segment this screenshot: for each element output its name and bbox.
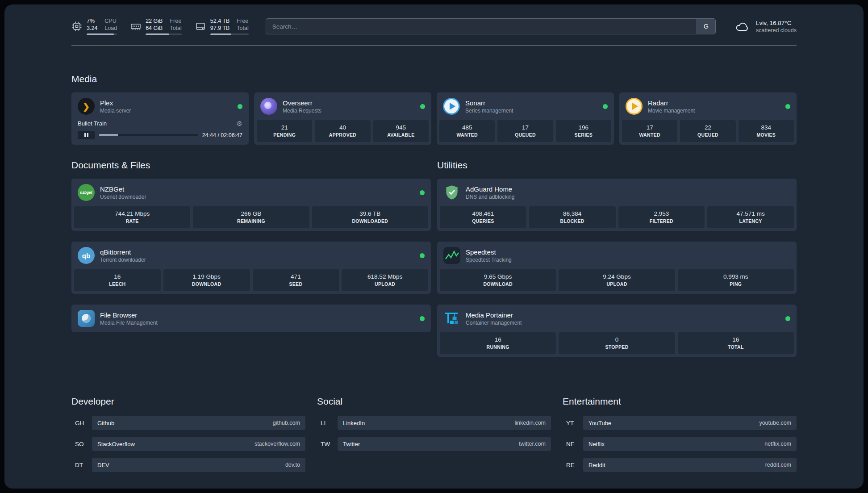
disk-total-label: Total (237, 25, 248, 32)
bookmark-url: linkedin.com (515, 420, 546, 426)
service-card-plex[interactable]: ❯ Plex Media server Bullet Train ⚙ (71, 92, 249, 145)
nzbget-icon: nzbget (78, 184, 95, 201)
stat-value: 21 (259, 124, 310, 131)
stat-label: DOWNLOAD (442, 281, 554, 287)
service-name: Media Portainer (466, 311, 522, 319)
stat-label: QUERIES (442, 218, 525, 224)
service-card-sonarr[interactable]: Sonarr Series management 485 WANTED 17 Q… (437, 92, 614, 145)
bookmark-netflix[interactable]: NF Netflix netflix.com (563, 437, 797, 451)
service-name: Speedtest (466, 248, 512, 256)
service-description: Speedtest Tracking (466, 257, 512, 263)
bookmark-stackoverflow[interactable]: SO StackOverflow stackoverflow.com (71, 437, 305, 451)
memory-total-label: Total (170, 25, 181, 32)
bookmark-twitter[interactable]: TW Twitter twitter.com (317, 437, 551, 451)
stat-tile: 2,953 FILTERED (618, 206, 705, 228)
status-dot (420, 190, 425, 195)
cpu-usage-value: 7% (87, 17, 97, 25)
stat-label: WANTED (441, 132, 493, 138)
bookmark-reddit[interactable]: RE Reddit reddit.com (563, 458, 797, 472)
bookmark-url: reddit.com (765, 462, 791, 468)
bookmark-dev[interactable]: DT DEV dev.to (71, 458, 305, 472)
bookmark-abbr: YT (563, 420, 583, 426)
service-card-overseerr[interactable]: Overseerr Media Requests 21 PENDING 40 A… (254, 92, 431, 145)
disk-total-value: 97.9 TB (210, 25, 230, 32)
bookmark-linkedin[interactable]: LI LinkedIn linkedin.com (317, 416, 551, 430)
status-dot (785, 104, 790, 109)
stat-label: DOWNLOADED (314, 218, 426, 224)
stat-value: 86,384 (531, 210, 614, 217)
stat-tile: 471 SEED (253, 269, 339, 291)
search-input[interactable] (266, 19, 697, 34)
service-card-filebrowser[interactable]: File Browser Media File Management (71, 305, 431, 332)
stat-label: DOWNLOAD (165, 281, 248, 287)
qbittorrent-icon: qb (78, 247, 95, 264)
stat-value: 1.19 Gbps (165, 273, 248, 280)
stat-value: 40 (317, 124, 368, 131)
section-title-utilities: Utilities (437, 160, 797, 171)
stat-label: QUEUED (499, 132, 551, 138)
bookmark-abbr: RE (563, 462, 583, 468)
memory-widget: 22 GiB 64 GiB Free Total (130, 17, 182, 36)
bookmark-name: Netflix (588, 441, 605, 447)
stat-value: 471 (255, 273, 338, 280)
service-card-nzbget[interactable]: nzbget NZBGet Usenet downloader 744.21 M… (71, 179, 431, 231)
stat-tile: 618.52 Mbps UPLOAD (342, 269, 428, 291)
stat-value: 945 (375, 124, 427, 131)
stat-tile: 1.19 Gbps DOWNLOAD (163, 269, 250, 291)
bookmark-github[interactable]: GH Github github.com (71, 416, 305, 430)
disk-free-label: Free (237, 17, 248, 25)
stat-value: 9.24 Gbps (560, 273, 673, 280)
service-card-adguard[interactable]: AdGuard Home DNS and adblocking 498,461 … (437, 179, 797, 231)
section-title-developer: Developer (71, 396, 305, 407)
stat-value: 196 (558, 124, 609, 131)
service-card-qbittorrent[interactable]: qb qBittorrent Torrent downloader 16 LEE… (71, 242, 431, 294)
playback-progress-bar[interactable] (99, 134, 198, 136)
disk-free-value: 52.4 TB (210, 17, 230, 25)
speedtest-waveform-icon (443, 247, 460, 264)
status-dot (238, 104, 242, 109)
stat-tile: 0.993 ms PING (678, 269, 794, 291)
stat-label: LATENCY (709, 218, 792, 224)
cpu-load-value: 3.24 (87, 25, 97, 32)
gear-icon[interactable]: ⚙ (237, 120, 242, 127)
cpu-widget: 7% 3.24 CPU Load (71, 17, 117, 36)
service-card-radarr[interactable]: Radarr Movie management 17 WANTED 22 QUE… (619, 92, 797, 145)
service-name: File Browser (100, 311, 158, 319)
stat-label: APPROVED (317, 132, 368, 138)
section-title-media: Media (71, 74, 797, 84)
stat-tile: 498,461 QUERIES (440, 206, 526, 228)
plex-icon: ❯ (78, 98, 95, 115)
bookmark-name: Github (97, 420, 114, 426)
stat-label: UPLOAD (343, 281, 426, 287)
section-entertainment: Entertainment YT YouTube youtube.com NF … (563, 396, 797, 479)
memory-total-value: 64 GiB (146, 25, 163, 32)
overseerr-icon (260, 98, 277, 115)
weather-location: Lviv, 16.87°C (756, 19, 797, 27)
stat-label: BLOCKED (531, 218, 614, 224)
bookmark-url: twitter.com (519, 441, 546, 447)
stat-label: RATE (76, 218, 188, 224)
bookmark-abbr: SO (71, 441, 92, 447)
bookmark-youtube[interactable]: YT YouTube youtube.com (563, 416, 797, 430)
playback-time: 24:44 / 02:06:47 (202, 132, 242, 138)
stat-label: WANTED (624, 132, 676, 138)
service-description: Series management (465, 108, 513, 114)
topbar-divider (71, 46, 797, 46)
search-provider-button[interactable]: G (697, 19, 715, 34)
service-card-portainer[interactable]: Media Portainer Container management 16 … (437, 305, 797, 357)
pause-button[interactable] (78, 131, 95, 139)
status-dot (603, 104, 608, 109)
service-name: NZBGet (100, 185, 146, 193)
service-card-speedtest[interactable]: Speedtest Speedtest Tracking 9.65 Gbps D… (437, 242, 797, 294)
stat-tile: 196 SERIES (556, 120, 611, 142)
bookmark-url: netflix.com (764, 441, 791, 447)
service-name: qBittorrent (100, 248, 146, 256)
stat-tile: 21 PENDING (257, 120, 312, 142)
stat-tile: 39.6 TB DOWNLOADED (312, 206, 428, 228)
service-name: Radarr (648, 99, 695, 107)
service-description: Movie management (648, 108, 695, 114)
section-title-entertainment: Entertainment (563, 396, 797, 407)
stat-tile: 266 GB REMAINING (193, 206, 309, 228)
bookmark-name: DEV (97, 462, 109, 468)
weather-condition: scattered clouds (756, 27, 797, 33)
